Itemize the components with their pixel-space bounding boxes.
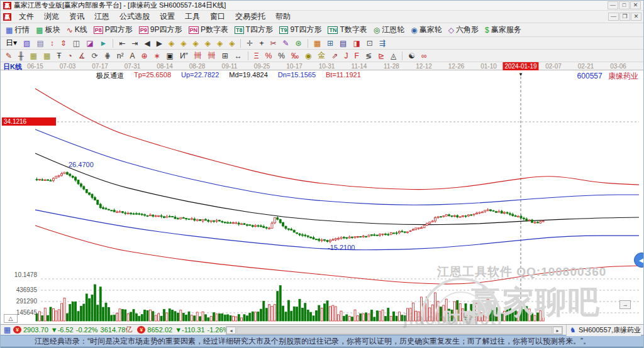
mdi-minimize-button[interactable]: — [608, 13, 619, 21]
t-square-button[interactable]: T8T四方形 [231, 23, 276, 36]
close-button[interactable]: ✕ [630, 1, 641, 9]
current-stock-indicator[interactable]: ♞ SH600557,康缘药业 [566, 325, 641, 336]
menu-item-帮助[interactable]: 帮助 [270, 10, 296, 23]
draw-tool-icon-9[interactable]: n² [114, 50, 127, 62]
tool-icon-11[interactable]: ◀ [141, 38, 153, 49]
gann-wheel-button[interactable]: ◎江恩轮 [370, 23, 408, 36]
menu-item-文件[interactable]: 文件 [14, 10, 39, 23]
tool-icon-27[interactable]: ⊞ [324, 38, 336, 49]
menu-item-公式选股[interactable]: 公式选股 [114, 10, 155, 23]
tool-icon-16[interactable]: ◈ [202, 38, 214, 49]
tool-icon-0[interactable]: 日▾ [3, 36, 20, 50]
draw-tool-icon-23[interactable]: ‰ [288, 50, 302, 62]
draw-tool-icon-27[interactable]: J [341, 50, 352, 62]
highlighted-date[interactable]: 2024-01-19 [502, 62, 538, 70]
tool-icon-7[interactable]: ► [96, 38, 110, 49]
tool-icon-31[interactable]: ⇶ [376, 38, 389, 49]
draw-tool-icon-4[interactable]: Ŧ [53, 50, 64, 62]
draw-tool-icon-31[interactable]: ◬ [387, 50, 399, 62]
winner-wheel-button[interactable]: ◉赢家轮 [408, 23, 445, 36]
draw-tool-icon-3[interactable]: ▦ [40, 50, 53, 62]
tool-icon-5[interactable]: ◫ [70, 38, 83, 49]
draw-tool-icon-12[interactable]: ∗ [151, 50, 164, 62]
shanghai-index-icon[interactable]: ¥ [13, 326, 21, 334]
menu-item-江恩[interactable]: 江恩 [89, 10, 114, 23]
draw-tool-icon-21[interactable]: % [262, 50, 275, 62]
draw-tool-icon-6[interactable]: ∡ [75, 50, 89, 62]
hexagon-button[interactable]: ◇六角形 [445, 23, 482, 36]
draw-tool-icon-0[interactable]: ✎ [3, 50, 15, 62]
tool-icon-17[interactable]: ◈ [214, 38, 226, 49]
draw-tool-icon-2[interactable]: ▦ [27, 50, 40, 62]
tool-icon-28[interactable]: ▤ [336, 38, 350, 49]
tool-icon-3[interactable]: ↕ [47, 38, 57, 49]
sectors-button[interactable]: ▩板块 [33, 23, 63, 36]
tool-icon-9[interactable]: ⇤ [116, 38, 128, 49]
draw-tool-icon-1[interactable]: ╫ [15, 50, 27, 62]
tool-icon-24[interactable]: ⊛ [292, 38, 305, 49]
draw-tool-icon-7[interactable]: ⟳ [89, 50, 101, 62]
p9-square-button[interactable]: P99P四方形 [136, 23, 186, 36]
horizontal-scrollbar[interactable]: ◂ ▸ [226, 326, 563, 335]
mdi-close-button[interactable]: ✕ [631, 13, 641, 21]
draw-tool-icon-20[interactable]: Ξ [251, 50, 262, 62]
tool-icon-4[interactable]: ⇕ [57, 38, 70, 49]
menu-item-资讯[interactable]: 资讯 [64, 10, 89, 23]
menu-item-设置[interactable]: 设置 [155, 10, 180, 23]
scroll-right-button[interactable]: ▸ [553, 327, 562, 334]
tool-icon-21[interactable]: + [256, 38, 267, 49]
draw-tool-icon-18[interactable]: ↔ [231, 50, 245, 62]
scroll-left-button[interactable]: ◂ [226, 327, 236, 334]
draw-tool-icon-30[interactable]: ⊵ [375, 50, 387, 62]
tool-icon-13[interactable]: ◈ [165, 38, 177, 49]
menu-item-交易委托[interactable]: 交易委托 [230, 10, 270, 23]
tool-icon-1[interactable]: ▧ [20, 38, 33, 49]
kline-chart-area[interactable]: 极反通道 Tp=25.6508Up=22.7822Md=19.4824Dn=15… [1, 70, 643, 324]
draw-tool-icon-33[interactable]: ☯ [405, 50, 418, 62]
tool-icon-29[interactable]: ◨ [350, 38, 363, 49]
p-square-button[interactable]: P8P四方形 [91, 23, 136, 36]
next-page-button[interactable]: → [619, 300, 631, 309]
menu-item-窗口[interactable]: 窗口 [205, 10, 230, 23]
tool-icon-6[interactable]: ◪ [83, 38, 96, 49]
tool-icon-10[interactable]: ⇥ [128, 38, 141, 49]
tool-icon-12[interactable]: ▶ [153, 38, 165, 49]
expand-volume-button[interactable]: △ [4, 314, 18, 323]
winner-service-button[interactable]: $赢家服务 [482, 23, 525, 36]
maximize-button[interactable]: □ [619, 1, 630, 9]
draw-tool-icon-34[interactable]: ∞ [418, 50, 430, 62]
menu-item-浏览[interactable]: 浏览 [39, 10, 64, 23]
kline-button[interactable]: ∿K线 [64, 23, 91, 36]
draw-tool-icon-29[interactable]: ≶ [362, 50, 375, 62]
tool-icon-20[interactable]: ✛ [243, 38, 256, 49]
mdi-restore-button[interactable]: ❐ [619, 13, 630, 21]
draw-tool-icon-15[interactable]: 卌 [191, 49, 205, 62]
draw-tool-icon-26[interactable]: ⇗ [328, 50, 341, 62]
draw-tool-icon-25[interactable]: 金 [314, 49, 328, 62]
quotes-button[interactable]: ▦行情 [3, 23, 33, 36]
draw-tool-icon-22[interactable]: % [275, 50, 288, 62]
tool-icon-15[interactable]: ◈ [189, 38, 201, 49]
draw-tool-icon-8[interactable]: ⋕ [101, 50, 114, 62]
tool-icon-30[interactable]: ⊡ [364, 38, 376, 49]
menu-item-工具[interactable]: 工具 [180, 10, 205, 23]
p-digits-button[interactable]: PNP数字表 [186, 23, 232, 36]
minimize-button[interactable]: — [608, 1, 618, 9]
draw-tool-icon-24[interactable]: ◉ [302, 50, 314, 62]
tool-icon-14[interactable]: ◈ [177, 38, 189, 49]
tool-icon-22[interactable]: ✂ [267, 38, 279, 49]
tool-icon-26[interactable]: ▦ [311, 38, 324, 49]
draw-tool-icon-5[interactable]: ◔ [65, 50, 75, 62]
draw-tool-icon-14[interactable]: И″ [177, 50, 191, 62]
draw-tool-icon-11[interactable]: ⊕ [138, 50, 150, 62]
draw-tool-icon-17[interactable]: ⊞ [219, 50, 231, 62]
tool-icon-18[interactable]: ◈ [226, 38, 238, 49]
t9-square-button[interactable]: T99T四方形 [276, 23, 325, 36]
scrollbar-thumb[interactable] [236, 327, 552, 334]
grid-view-icon[interactable]: ▦ [3, 326, 11, 334]
draw-tool-icon-28[interactable]: F [352, 50, 362, 62]
draw-tool-icon-16[interactable]: 卌 [205, 49, 219, 62]
draw-tool-icon-10[interactable]: A [126, 50, 138, 62]
t-digits-button[interactable]: TNT数字表 [325, 23, 370, 36]
draw-tool-icon-13[interactable]: ▣ [164, 50, 177, 62]
